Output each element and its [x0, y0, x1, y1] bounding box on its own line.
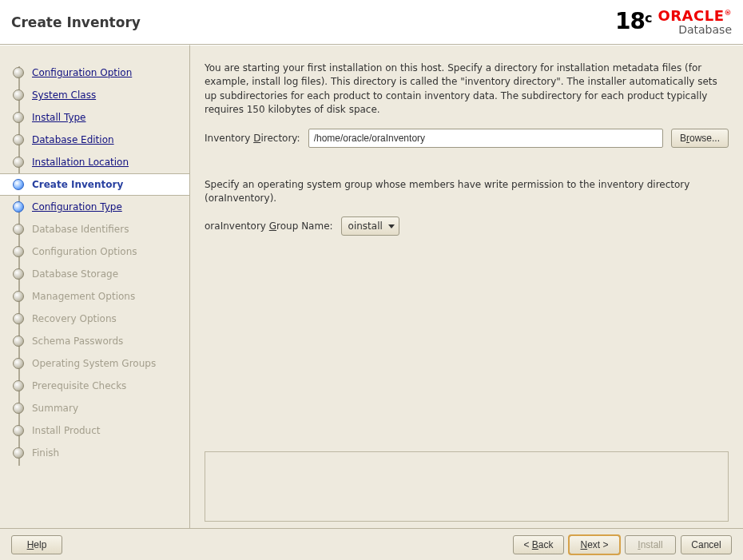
group-row: oraInventory Group Name: oinstall [205, 216, 729, 236]
sidebar-item-configuration-options: Configuration Options [0, 240, 189, 263]
sidebar-item-database-storage: Database Storage [0, 263, 189, 285]
footer: Help < Back Next > Install Cancel [0, 528, 743, 560]
sidebar-item-management-options: Management Options [0, 285, 189, 308]
sidebar-item-database-edition[interactable]: Database Edition [0, 129, 189, 151]
logo-version: 18c [615, 10, 651, 33]
step-node-icon [13, 89, 24, 101]
help-button[interactable]: Help [11, 535, 62, 554]
sidebar-item-configuration-option[interactable]: Configuration Option [0, 62, 189, 84]
group-label: oraInventory Group Name: [205, 220, 333, 232]
sidebar-item-label: Operating System Groups [32, 358, 156, 369]
step-node-icon [13, 112, 24, 123]
main: Configuration OptionSystem ClassInstall … [0, 45, 743, 528]
sidebar-item-label[interactable]: Database Edition [32, 134, 114, 145]
step-node-icon [13, 268, 24, 280]
sidebar: Configuration OptionSystem ClassInstall … [0, 45, 190, 528]
step-node-icon [13, 358, 24, 369]
sidebar-item-label[interactable]: Install Type [32, 112, 86, 123]
back-button[interactable]: < Back [513, 535, 564, 554]
sidebar-item-installation-location[interactable]: Installation Location [0, 151, 189, 173]
step-node-icon [13, 447, 24, 459]
content: You are starting your first installation… [190, 45, 743, 528]
sidebar-item-label: Prerequisite Checks [32, 380, 126, 391]
group-select-value: oinstall [348, 220, 383, 232]
sidebar-item-create-inventory: Create Inventory [0, 173, 189, 196]
logo-brand: ORACLE® Database [658, 9, 732, 36]
step-node-icon [13, 201, 24, 212]
install-button: Install [625, 535, 676, 554]
sidebar-item-schema-passwords: Schema Passwords [0, 330, 189, 352]
sidebar-item-label: Schema Passwords [32, 336, 123, 347]
next-button[interactable]: Next > [569, 535, 620, 554]
step-node-icon [13, 246, 24, 257]
sidebar-item-label: Recovery Options [32, 313, 117, 324]
sidebar-item-operating-system-groups: Operating System Groups [0, 352, 189, 375]
sidebar-item-label: Management Options [32, 291, 135, 302]
chevron-down-icon [387, 222, 395, 230]
sidebar-item-summary: Summary [0, 397, 189, 419]
svg-marker-0 [388, 224, 395, 228]
step-node-icon [13, 134, 24, 145]
sidebar-item-label: Install Product [32, 425, 101, 436]
message-area [205, 451, 729, 522]
sidebar-item-label[interactable]: System Class [32, 89, 96, 101]
sidebar-item-label: Database Identifiers [32, 224, 129, 235]
sidebar-item-label: Finish [32, 447, 59, 459]
sidebar-item-prerequisite-checks: Prerequisite Checks [0, 375, 189, 397]
cancel-button[interactable]: Cancel [681, 535, 732, 554]
step-node-icon [13, 224, 24, 235]
step-node-icon [13, 313, 24, 324]
inventory-description: You are starting your first installation… [205, 62, 729, 117]
step-node-icon [13, 336, 24, 347]
inventory-directory-row: Inventory Directory: Browse... [205, 129, 729, 148]
sidebar-item-label: Create Inventory [32, 179, 123, 190]
inventory-directory-input[interactable] [308, 129, 663, 148]
step-node-icon [13, 67, 24, 78]
group-select[interactable]: oinstall [341, 216, 399, 236]
step-node-icon [13, 291, 24, 302]
inventory-directory-label: Inventory Directory: [205, 133, 300, 144]
page-title: Create Inventory [11, 14, 141, 30]
sidebar-item-install-product: Install Product [0, 419, 189, 442]
sidebar-item-label: Database Storage [32, 268, 118, 280]
sidebar-item-configuration-type[interactable]: Configuration Type [0, 196, 189, 218]
step-node-icon [13, 425, 24, 436]
step-node-icon [13, 157, 24, 168]
logo: 18c ORACLE® Database [615, 9, 732, 36]
step-node-icon [13, 179, 24, 190]
header: Create Inventory 18c ORACLE® Database [0, 0, 743, 45]
sidebar-item-finish: Finish [0, 442, 189, 464]
sidebar-item-label: Summary [32, 403, 78, 414]
sidebar-item-label[interactable]: Configuration Option [32, 67, 132, 78]
step-node-icon [13, 380, 24, 391]
group-description: Specify an operating system group whose … [205, 178, 729, 206]
browse-button[interactable]: Browse... [671, 129, 729, 148]
sidebar-items: Configuration OptionSystem ClassInstall … [0, 62, 189, 464]
sidebar-item-install-type[interactable]: Install Type [0, 106, 189, 129]
sidebar-item-recovery-options: Recovery Options [0, 308, 189, 330]
step-node-icon [13, 403, 24, 414]
sidebar-item-label: Configuration Options [32, 246, 137, 257]
sidebar-item-system-class[interactable]: System Class [0, 84, 189, 106]
sidebar-item-database-identifiers: Database Identifiers [0, 218, 189, 240]
sidebar-item-label[interactable]: Configuration Type [32, 201, 122, 212]
sidebar-item-label[interactable]: Installation Location [32, 157, 129, 168]
